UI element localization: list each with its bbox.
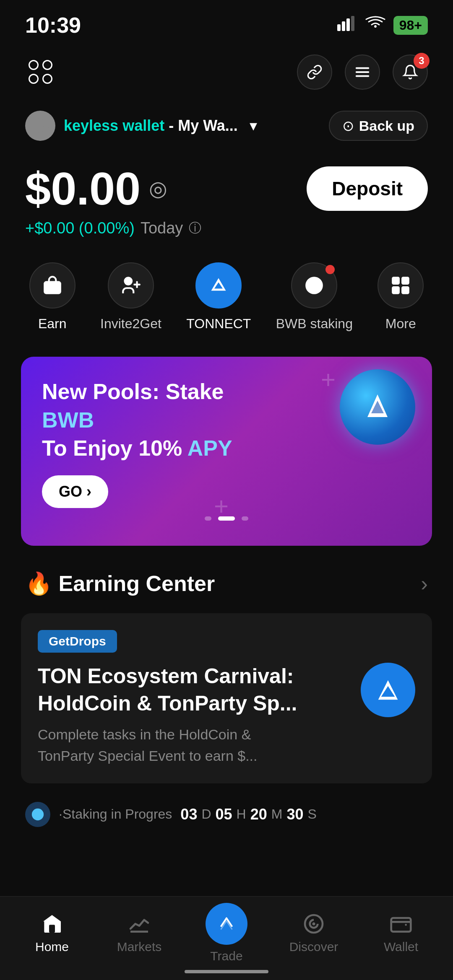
home-indicator xyxy=(185,970,268,973)
wallet-name: keyless wallet - My Wa... xyxy=(64,117,238,135)
eye-icon[interactable]: ◎ xyxy=(149,176,167,201)
screen: 10:39 98+ xyxy=(0,0,453,980)
notification-badge: 3 xyxy=(414,53,430,69)
earn-label: Earn xyxy=(38,316,67,332)
earning-center-title: 🔥 Earning Center xyxy=(25,571,215,596)
notification-button[interactable]: 3 xyxy=(393,54,428,90)
timer-minutes-label: M xyxy=(271,806,283,822)
action-earn[interactable]: Earn xyxy=(29,262,76,332)
earning-center-arrow: › xyxy=(421,571,428,596)
timer-hours: 05 xyxy=(216,806,232,823)
timer-hours-label: H xyxy=(237,806,246,822)
earning-card[interactable]: GetDrops TON Ecosystem Carnival:HoldCoin… xyxy=(21,613,432,783)
staking-timer: 03 D 05 H 20 M 30 S xyxy=(180,806,316,823)
staking-strip: ·Staking in Progres 03 D 05 H 20 M 30 S xyxy=(0,792,453,837)
staking-clock-icon xyxy=(25,802,50,827)
svg-rect-25 xyxy=(49,925,55,933)
get-drops-badge: GetDrops xyxy=(38,630,117,653)
status-icons: 98+ xyxy=(337,16,428,35)
svg-rect-3 xyxy=(351,16,354,31)
svg-rect-0 xyxy=(337,24,341,31)
balance-change: +$0.00 (0.00%) Today ⓘ xyxy=(25,219,428,237)
nav-home[interactable]: Home xyxy=(18,912,86,954)
quick-actions: Earn Invite2Get TONNECT xyxy=(0,241,453,340)
banner-coin-icon xyxy=(340,369,415,445)
nav-wallet[interactable]: Wallet xyxy=(367,912,435,954)
bwb-label: BWB staking xyxy=(276,316,353,332)
backup-button[interactable]: ⊙ Back up xyxy=(329,111,428,141)
card-text: TON Ecosystem Carnival:HoldCoin & TonPar… xyxy=(38,663,361,767)
tonnect-icon-circle xyxy=(195,262,242,309)
balance-amount: $0.00 xyxy=(25,162,141,215)
backup-label: Back up xyxy=(359,118,414,134)
more-label: More xyxy=(385,316,416,332)
svg-rect-2 xyxy=(346,18,350,31)
nav-trade[interactable]: Trade xyxy=(193,903,260,963)
menu-button[interactable] xyxy=(345,54,380,90)
wallet-row: keyless wallet - My Wa... ▾ ⊙ Back up xyxy=(0,102,453,149)
card-title: TON Ecosystem Carnival:HoldCoin & TonPar… xyxy=(38,663,348,717)
svg-point-28 xyxy=(312,922,315,925)
warning-icon: ⊙ xyxy=(342,117,354,134)
signal-icon xyxy=(337,16,357,35)
banner-dot-3 xyxy=(242,516,248,521)
nav-home-label: Home xyxy=(35,940,69,954)
deco-plus-2: + xyxy=(214,492,229,521)
nav-markets-label: Markets xyxy=(117,940,162,954)
nav-wallet-label: Wallet xyxy=(384,940,418,954)
tonnect-label: TONNECT xyxy=(186,316,251,332)
deco-plus-1: + xyxy=(321,365,336,394)
svg-point-10 xyxy=(125,277,132,285)
svg-rect-1 xyxy=(342,21,345,31)
timer-seconds-label: S xyxy=(307,806,316,822)
action-invite2get[interactable]: Invite2Get xyxy=(100,262,161,332)
battery-indicator: 98+ xyxy=(393,16,428,35)
info-icon: ⓘ xyxy=(189,220,201,237)
nav-markets[interactable]: Markets xyxy=(106,912,173,954)
timer-days-label: D xyxy=(201,806,211,822)
more-icon-circle xyxy=(378,262,424,309)
banner-go-button[interactable]: GO › xyxy=(42,475,108,508)
wallet-avatar xyxy=(25,111,55,141)
header-right: 3 xyxy=(297,54,428,90)
wallet-selector[interactable]: keyless wallet - My Wa... ▾ xyxy=(25,111,257,141)
status-time: 10:39 xyxy=(25,13,81,38)
svg-rect-18 xyxy=(393,287,399,293)
nav-trade-label: Trade xyxy=(210,949,242,963)
red-dot-indicator xyxy=(325,265,335,274)
balance-change-value: +$0.00 (0.00%) xyxy=(25,219,135,237)
staking-label: ·Staking in Progres xyxy=(59,806,172,822)
card-desc: Complete tasks in the HoldCoin &TonParty… xyxy=(38,724,348,767)
invite-label: Invite2Get xyxy=(100,316,161,332)
timer-seconds: 30 xyxy=(286,806,303,823)
svg-rect-19 xyxy=(402,287,409,293)
wifi-icon xyxy=(365,16,386,35)
svg-rect-16 xyxy=(393,277,399,284)
timer-days: 03 xyxy=(180,806,197,823)
action-more[interactable]: More xyxy=(378,262,424,332)
bwb-icon-circle xyxy=(291,262,337,309)
earn-icon-circle xyxy=(29,262,76,309)
status-bar: 10:39 98+ xyxy=(0,0,453,42)
card-content: TON Ecosystem Carnival:HoldCoin & TonPar… xyxy=(38,663,415,767)
card-tonnect-icon xyxy=(361,663,415,717)
balance-today: Today xyxy=(141,219,183,237)
nav-discover[interactable]: Discover xyxy=(280,912,347,954)
invite-icon-circle xyxy=(108,262,154,309)
balance-section: $0.00 ◎ Deposit +$0.00 (0.00%) Today ⓘ xyxy=(0,149,453,241)
bottom-nav: Home Markets Trade xyxy=(0,896,453,980)
link-button[interactable] xyxy=(297,54,332,90)
apps-button[interactable] xyxy=(25,57,56,88)
earning-center-header[interactable]: 🔥 Earning Center › xyxy=(0,563,453,605)
svg-rect-29 xyxy=(391,918,411,932)
banner-dot-1 xyxy=(205,516,211,521)
action-bwb-staking[interactable]: BWB staking xyxy=(276,262,353,332)
chevron-down-icon: ▾ xyxy=(250,117,257,135)
trade-circle xyxy=(206,903,247,945)
promo-banner[interactable]: + + New Pools: Stake BWB To Enjoy 10% AP… xyxy=(21,357,432,546)
nav-discover-label: Discover xyxy=(289,940,338,954)
deposit-button[interactable]: Deposit xyxy=(307,166,428,211)
svg-rect-17 xyxy=(402,277,409,284)
banner-title: New Pools: Stake BWB To Enjoy 10% APY xyxy=(42,378,243,463)
action-tonnect[interactable]: TONNECT xyxy=(186,262,251,332)
